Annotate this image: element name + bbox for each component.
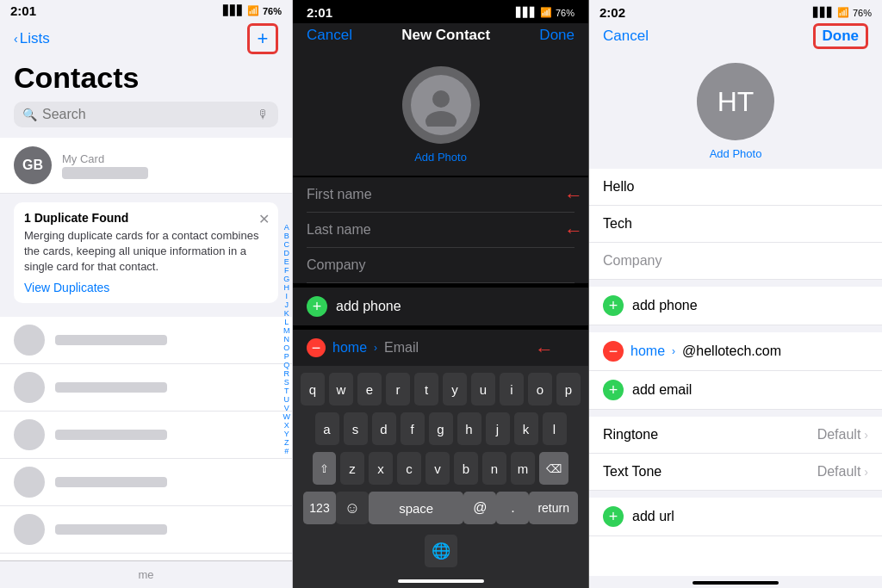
avatar-placeholder[interactable] bbox=[402, 66, 480, 144]
minus-icon[interactable]: − bbox=[603, 341, 624, 362]
key-x[interactable]: x bbox=[369, 452, 393, 485]
ringtone-row[interactable]: Ringtone Default › bbox=[589, 417, 882, 454]
key-s[interactable]: s bbox=[344, 412, 368, 445]
search-input[interactable] bbox=[42, 107, 252, 122]
dot-key[interactable]: . bbox=[496, 492, 529, 524]
done-button[interactable]: Done bbox=[539, 27, 575, 44]
contact-name bbox=[55, 477, 167, 487]
alphabet-bar[interactable]: AB CD EF GH IJ KL MN OP QR ST UV WX YZ # bbox=[283, 224, 291, 455]
cancel-button[interactable]: Cancel bbox=[603, 28, 649, 45]
key-p[interactable]: p bbox=[556, 373, 581, 405]
home-label[interactable]: home bbox=[332, 340, 367, 356]
plus-icon: + bbox=[603, 380, 624, 400]
key-j[interactable]: j bbox=[486, 412, 510, 445]
avatar-ht[interactable]: HT bbox=[697, 63, 774, 140]
battery-icon: 76% bbox=[853, 8, 872, 18]
key-t[interactable]: t bbox=[414, 373, 438, 405]
home-label[interactable]: home bbox=[630, 344, 665, 359]
num-key[interactable]: 123 bbox=[303, 492, 336, 524]
add-photo-label[interactable]: Add Photo bbox=[710, 147, 762, 160]
add-phone-row[interactable]: + add phone bbox=[293, 288, 588, 325]
my-card-row[interactable]: GB My Card bbox=[0, 138, 292, 194]
separator bbox=[589, 280, 882, 287]
key-l[interactable]: l bbox=[543, 412, 567, 445]
key-c[interactable]: c bbox=[397, 452, 421, 485]
first-name-field[interactable]: Hello bbox=[589, 169, 882, 206]
key-v[interactable]: v bbox=[425, 452, 450, 485]
key-e[interactable]: e bbox=[357, 373, 382, 405]
add-email-label: add email bbox=[632, 382, 692, 398]
key-r[interactable]: r bbox=[386, 373, 410, 405]
add-phone-row[interactable]: + add phone bbox=[589, 287, 882, 325]
search-bar[interactable]: 🔍 🎙 bbox=[14, 102, 278, 127]
cancel-button[interactable]: Cancel bbox=[307, 27, 352, 44]
company-field[interactable]: Company bbox=[589, 243, 882, 280]
lists-button[interactable]: ‹ Lists bbox=[14, 30, 50, 47]
email-home-row[interactable]: − home › @hellotech.com bbox=[589, 332, 882, 371]
close-icon[interactable]: ✕ bbox=[258, 211, 270, 227]
contact-name bbox=[55, 335, 167, 345]
plus-icon: + bbox=[603, 295, 624, 316]
key-h[interactable]: h bbox=[457, 412, 481, 445]
key-n[interactable]: n bbox=[482, 452, 506, 485]
chevron-left-icon: ‹ bbox=[14, 32, 18, 46]
done-button[interactable]: Done bbox=[813, 23, 869, 49]
status-time-p2: 2:01 bbox=[307, 5, 332, 20]
search-icon: 🔍 bbox=[22, 108, 37, 121]
avatar: GB bbox=[14, 146, 52, 184]
key-w[interactable]: w bbox=[329, 373, 353, 405]
first-name-field[interactable]: ← bbox=[307, 177, 575, 213]
list-item[interactable] bbox=[0, 459, 292, 506]
view-duplicates-link[interactable]: View Duplicates bbox=[24, 281, 268, 294]
return-key[interactable]: return bbox=[529, 492, 578, 524]
space-key[interactable]: space bbox=[369, 492, 463, 524]
key-b[interactable]: b bbox=[454, 452, 478, 485]
photo-area: Add Photo bbox=[293, 49, 588, 176]
at-key[interactable]: @ bbox=[463, 492, 496, 524]
mic-icon[interactable]: 🎙 bbox=[258, 108, 270, 121]
emoji-key[interactable]: ☺ bbox=[336, 492, 369, 524]
add-email-row[interactable]: + add email bbox=[589, 371, 882, 410]
footer-label: me bbox=[138, 568, 153, 581]
list-item[interactable] bbox=[0, 506, 292, 554]
avatar bbox=[14, 372, 45, 403]
key-k[interactable]: k bbox=[514, 412, 538, 445]
globe-key[interactable]: 🌐 bbox=[425, 535, 457, 567]
key-m[interactable]: m bbox=[511, 452, 535, 485]
add-url-row[interactable]: + add url bbox=[589, 498, 882, 536]
key-z[interactable]: z bbox=[340, 452, 364, 485]
last-name-field[interactable]: ← bbox=[307, 213, 575, 248]
arrow-icon: ← bbox=[564, 220, 583, 242]
text-tone-row[interactable]: Text Tone Default › bbox=[589, 454, 882, 491]
delete-key[interactable]: ⌫ bbox=[539, 452, 568, 485]
wifi-icon: 📶 bbox=[540, 7, 552, 18]
separator2 bbox=[589, 325, 882, 332]
add-photo-label[interactable]: Add Photo bbox=[414, 151, 467, 164]
key-y[interactable]: y bbox=[443, 373, 467, 405]
panel-filled-contact: 2:02 ▋▋▋ 📶 76% Cancel Done HT Add Photo … bbox=[589, 0, 882, 588]
avatar-initials: GB bbox=[22, 158, 43, 173]
email-row[interactable]: − home › ← bbox=[293, 330, 588, 366]
add-contact-button[interactable]: + bbox=[247, 23, 278, 54]
key-u[interactable]: u bbox=[471, 373, 495, 405]
key-g[interactable]: g bbox=[429, 412, 453, 445]
first-name-input[interactable] bbox=[307, 187, 575, 202]
company-input[interactable] bbox=[307, 257, 575, 273]
last-name-input[interactable] bbox=[307, 222, 575, 238]
status-icons-p2: ▋▋▋ 📶 76% bbox=[516, 7, 575, 18]
company-field[interactable] bbox=[307, 248, 575, 283]
list-item[interactable] bbox=[0, 554, 292, 560]
key-f[interactable]: f bbox=[401, 412, 425, 445]
key-q[interactable]: q bbox=[301, 373, 325, 405]
key-o[interactable]: o bbox=[528, 373, 552, 405]
shift-key[interactable]: ⇧ bbox=[313, 452, 336, 485]
list-item[interactable] bbox=[0, 364, 292, 412]
key-d[interactable]: d bbox=[372, 412, 396, 445]
key-i[interactable]: i bbox=[500, 373, 524, 405]
last-name-field[interactable]: Tech bbox=[589, 206, 882, 243]
list-item[interactable] bbox=[0, 317, 292, 364]
svg-point-1 bbox=[425, 111, 457, 127]
list-item[interactable] bbox=[0, 412, 292, 459]
minus-icon[interactable]: − bbox=[307, 338, 326, 357]
key-a[interactable]: a bbox=[315, 412, 339, 445]
